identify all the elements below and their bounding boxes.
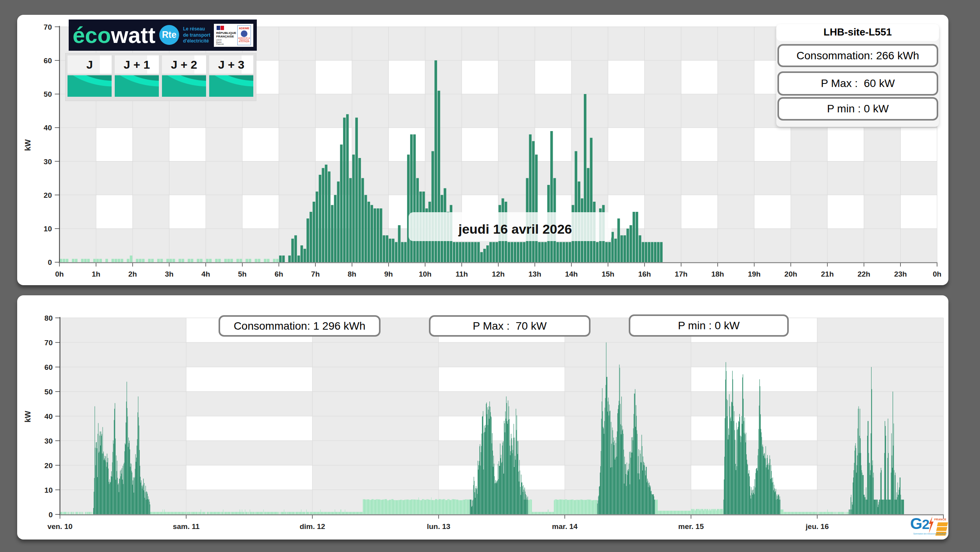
svg-text:1h: 1h	[92, 270, 100, 278]
svg-text:60: 60	[44, 57, 52, 65]
svg-text:9h: 9h	[384, 270, 393, 278]
svg-text:10: 10	[44, 486, 53, 494]
svg-text:11h: 11h	[455, 270, 468, 278]
svg-text:20: 20	[44, 461, 53, 470]
svg-text:23h: 23h	[894, 270, 907, 278]
svg-text:7h: 7h	[311, 270, 320, 278]
svg-text:5h: 5h	[238, 270, 247, 278]
svg-text:0: 0	[48, 511, 53, 519]
svg-text:0h: 0h	[933, 270, 941, 278]
svg-text:4h: 4h	[201, 270, 210, 278]
svg-text:kW: kW	[23, 411, 32, 422]
svg-text:kW: kW	[23, 139, 32, 151]
svg-text:10h: 10h	[419, 270, 432, 278]
svg-text:40: 40	[44, 412, 53, 421]
svg-text:mer. 15: mer. 15	[678, 522, 704, 531]
svg-text:lun. 13: lun. 13	[427, 522, 450, 531]
svg-text:20h: 20h	[784, 270, 797, 278]
svg-text:dim. 12: dim. 12	[300, 522, 325, 531]
svg-text:60: 60	[44, 363, 53, 371]
svg-text:3h: 3h	[165, 270, 173, 278]
svg-text:50: 50	[44, 90, 52, 98]
svg-text:14h: 14h	[565, 270, 578, 278]
svg-text:40: 40	[44, 124, 52, 132]
svg-text:10: 10	[44, 225, 52, 233]
svg-text:0: 0	[48, 258, 52, 266]
svg-text:12h: 12h	[492, 270, 505, 278]
svg-text:ven. 10: ven. 10	[47, 522, 72, 531]
svg-text:80: 80	[44, 314, 53, 322]
svg-text:16h: 16h	[638, 270, 651, 278]
svg-text:21h: 21h	[821, 270, 834, 278]
svg-text:17h: 17h	[675, 270, 688, 278]
svg-text:18h: 18h	[711, 270, 724, 278]
svg-text:13h: 13h	[528, 270, 541, 278]
svg-text:0h: 0h	[55, 270, 64, 278]
svg-text:6h: 6h	[274, 270, 283, 278]
svg-text:sam. 11: sam. 11	[173, 522, 200, 531]
svg-text:20: 20	[44, 191, 52, 199]
svg-text:15h: 15h	[601, 270, 614, 278]
svg-text:22h: 22h	[857, 270, 870, 278]
svg-text:30: 30	[44, 158, 52, 166]
svg-text:19h: 19h	[748, 270, 761, 278]
svg-text:mar. 14: mar. 14	[552, 522, 578, 531]
svg-text:70: 70	[44, 339, 53, 347]
svg-text:70: 70	[44, 23, 52, 31]
svg-text:2h: 2h	[128, 270, 137, 278]
svg-text:50: 50	[44, 388, 53, 396]
svg-text:30: 30	[44, 437, 53, 445]
svg-text:8h: 8h	[348, 270, 356, 278]
svg-text:jeu. 16: jeu. 16	[805, 522, 829, 531]
